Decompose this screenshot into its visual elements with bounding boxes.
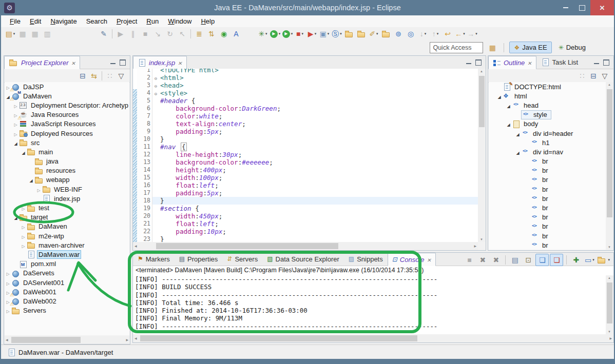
focus-on-active-task-button[interactable]: ∷	[104, 70, 116, 82]
editor-vscrollbar[interactable]	[478, 69, 486, 242]
tab-index-jsp[interactable]: index.jsp	[133, 56, 187, 69]
outline-item-br[interactable]: <>br	[489, 231, 606, 240]
console-vscrollbar[interactable]	[606, 275, 613, 334]
menu-project[interactable]: Project	[112, 16, 142, 26]
tree-item-damaven[interactable]: DaMaven	[5, 222, 129, 231]
tab-outline[interactable]: Outline	[488, 56, 536, 69]
tree-item-daweb001[interactable]: ⚠DaWeb001	[5, 287, 129, 296]
new-server-button[interactable]: ▣	[318, 28, 331, 39]
tab-task-list[interactable]: Task List	[536, 55, 583, 69]
collapse-icon[interactable]	[505, 102, 512, 109]
collapse-icon[interactable]	[12, 139, 19, 147]
collapse-icon[interactable]	[514, 130, 521, 137]
collapse-icon[interactable]	[12, 213, 19, 221]
project-explorer-hscrollbar[interactable]	[4, 336, 130, 344]
pin-console-button[interactable]: ✚	[570, 254, 582, 266]
code-line-2[interactable]: 2<html>	[133, 74, 478, 82]
tab-data-source-explorer[interactable]: ▧Data Source Explorer	[262, 252, 344, 266]
tree-item-daservets[interactable]: DaServets	[5, 269, 129, 278]
last-edit-location-button[interactable]: ↩	[441, 28, 454, 39]
terminate-button[interactable]: ■	[139, 28, 151, 39]
code-line-7[interactable]: 7 color:white;	[133, 112, 478, 120]
tab-markers[interactable]: ⚑Markers	[133, 252, 175, 266]
code-line-19[interactable]: 19#section {	[133, 205, 478, 212]
code-line-11[interactable]: 11#nav {	[133, 143, 478, 151]
mark-occurrences-button[interactable]: ✎	[98, 28, 110, 39]
fold-icon[interactable]	[152, 89, 159, 97]
maven-refresh-button[interactable]: ⇅	[205, 28, 218, 39]
console-output[interactable]: [INFO] ---------------------------------…	[133, 275, 606, 334]
scroll-thumb[interactable]	[11, 337, 81, 343]
step-over-button[interactable]: ↻	[164, 28, 176, 39]
minimize-view-button[interactable]	[466, 59, 471, 66]
scroll-thumb[interactable]	[479, 76, 485, 127]
code-line-5[interactable]: 5#header {	[133, 97, 478, 105]
code-line-21[interactable]: 21 float:left;	[133, 220, 478, 228]
menu-edit[interactable]: Edit	[25, 16, 46, 26]
clear-console-button[interactable]: ▤	[509, 254, 521, 266]
outline-item-body[interactable]: body	[489, 119, 606, 129]
previous-annotation-button[interactable]: ↑	[429, 28, 441, 39]
run-on-server-button[interactable]: ▶	[281, 28, 294, 39]
console-hscrollbar[interactable]	[133, 334, 613, 342]
link-with-editor-button[interactable]: ⇆	[88, 70, 100, 82]
tree-item-target[interactable]: target	[5, 213, 129, 222]
new-wizard-button[interactable]: ▤	[4, 28, 16, 39]
code-line-14[interactable]: 14 height:400px;	[133, 166, 478, 174]
tree-item-pom-xml[interactable]: Mpom.xml	[5, 259, 129, 269]
collapse-icon[interactable]	[20, 148, 27, 156]
tree-item-deployment-descriptor-archetyp[interactable]: 2.3Deployment Descriptor: Archetyp	[5, 100, 129, 110]
outline-vscrollbar[interactable]	[606, 82, 613, 250]
close-icon[interactable]	[71, 59, 75, 67]
export-archive-button[interactable]	[355, 28, 368, 39]
scroll-lock-button[interactable]: ⊡	[522, 254, 534, 266]
next-annotation-button[interactable]: ↓	[417, 28, 429, 39]
import-archive-button[interactable]	[343, 28, 355, 39]
print-button[interactable]: ▥	[41, 28, 53, 39]
stop-relaunch-button[interactable]: ▶	[306, 28, 318, 39]
remove-all-terminated-button[interactable]: ✖	[490, 254, 502, 266]
outline-item-doctype-html[interactable]: ✎DOCTYPE:html	[489, 82, 606, 91]
close-icon[interactable]	[527, 59, 531, 67]
outline-item-br[interactable]: <>br	[489, 175, 606, 185]
back-button[interactable]: ←	[454, 28, 466, 39]
collapse-all-button[interactable]: ⊟	[77, 70, 88, 82]
code-editor[interactable]: 1<!DOCTYPE html>2<html>3<head>4<style>5#…	[133, 69, 478, 242]
fold-icon[interactable]	[152, 74, 159, 82]
outline-item-div-id-header[interactable]: <>div id=header	[489, 129, 606, 138]
web-browser-button[interactable]: ⊚	[392, 28, 405, 39]
expand-icon[interactable]	[12, 130, 19, 137]
tree-item-damaven-war[interactable]: DaMaven.war	[5, 250, 129, 259]
outline-item-br[interactable]: <>br	[489, 240, 606, 250]
close-icon[interactable]	[178, 59, 182, 67]
collapse-icon[interactable]	[505, 120, 512, 128]
editor-hscrollbar[interactable]	[133, 242, 478, 250]
collapse-icon[interactable]	[514, 148, 521, 156]
step-return-button[interactable]: ↖	[176, 28, 188, 39]
code-line-20[interactable]: 20 width:450px;	[133, 212, 478, 220]
maximize-button[interactable]	[574, 0, 590, 15]
tree-item-web-inf[interactable]: WEB-INF	[5, 185, 129, 194]
tree-item-main[interactable]: main	[5, 147, 129, 156]
tab-properties[interactable]: ▤Properties	[175, 252, 223, 266]
outline-item-head[interactable]: <>head	[489, 100, 606, 110]
collapse-all-button[interactable]: ⊟	[588, 70, 599, 82]
outline-item-br[interactable]: <>br	[489, 157, 606, 166]
outline-item-html[interactable]: ❖html	[489, 91, 606, 100]
tab-project-explorer[interactable]: Project Explorer	[4, 56, 80, 69]
tree-item-daservlet001[interactable]: DAServlet001	[5, 278, 129, 287]
expand-icon[interactable]	[5, 307, 11, 314]
code-line-23[interactable]: 23}	[133, 235, 478, 242]
code-line-6[interactable]: 6 background-color:DarkGreen;	[133, 105, 478, 112]
run-maven-build-button[interactable]: ◉	[218, 28, 230, 39]
code-line-4[interactable]: 4<style>	[133, 89, 478, 97]
maximize-view-button[interactable]	[603, 59, 609, 66]
code-line-12[interactable]: 12 line-height:30px;	[133, 151, 478, 158]
menu-file[interactable]: File	[5, 16, 25, 26]
run-button[interactable]: ▶	[269, 28, 281, 39]
view-menu-button[interactable]: ▽	[116, 70, 127, 82]
web-service-button[interactable]: Ⓢ	[331, 28, 343, 39]
debug-button[interactable]: ✳	[257, 28, 269, 39]
outline-item-br[interactable]: <>br	[489, 203, 606, 212]
minimize-button[interactable]	[558, 0, 574, 15]
